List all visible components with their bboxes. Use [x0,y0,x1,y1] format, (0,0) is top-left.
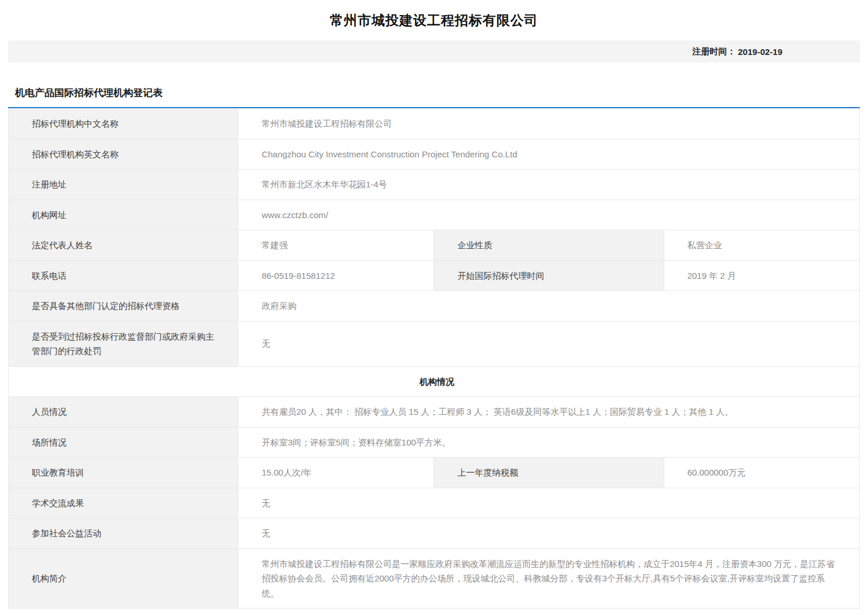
table-row-personnel: 人员情况 共有雇员20 人，其中： 招标专业人员 15 人；工程师 3 人； 英… [9,397,860,428]
row-value-personnel: 共有雇员20 人，其中： 招标专业人员 15 人；工程师 3 人； 英语6级及同… [238,397,860,428]
table-row-premises: 场所情况 开标室3间；评标室5间；资料存储室100平方米。 [9,427,860,458]
table-row-phone: 联系电话 86-0519-81581212 开始国际招标代理时间 2019 年 … [9,260,860,291]
row-value-penalty: 无 [238,321,860,366]
registration-table: 招标代理机构中文名称 常州市城投建设工程招标有限公司 招标代理机构英文名称 Ch… [8,108,860,609]
register-time-bar: 注册时间： 2019-02-19 [8,40,860,62]
section-title: 机电产品国际招标代理机构登记表 [8,86,860,108]
table-row-address: 注册地址 常州市新北区水木年华花园1-4号 [9,170,860,200]
row-value-tax: 60.000000万元 [664,458,859,488]
table-row-legal-rep: 法定代表人姓名 常建强 企业性质 私营企业 [9,230,860,261]
row-value-enterprise-type: 私营企业 [664,230,859,261]
register-time-value: 2019-02-19 [738,47,782,57]
row-value-legal-rep: 常建强 [238,230,434,261]
table-row-org-section-header: 机构情况 [9,366,860,397]
row-value-en-name: Changzhou City Investment Construction P… [238,139,860,170]
register-time-label: 注册时间： [692,46,735,57]
row-label-enterprise-type: 企业性质 [434,230,664,261]
row-label-tax: 上一年度纳税额 [434,458,664,488]
row-value-academic: 无 [238,488,860,518]
table-row-penalty: 是否受到过招标投标行政监督部门或政府采购主管部门的行政处罚 无 [9,321,860,366]
row-value-other-qualification: 政府采购 [238,291,860,322]
row-label-agency-start: 开始国际招标代理时间 [434,260,664,291]
row-value-website: www.czctzb.com/ [238,200,860,230]
row-label-penalty: 是否受到过招标投标行政监督部门或政府采购主管部门的行政处罚 [9,321,238,366]
row-value-cn-name: 常州市城投建设工程招标有限公司 [238,109,860,139]
row-label-address: 注册地址 [9,170,238,200]
row-label-academic: 学术交流成果 [9,488,238,518]
row-label-other-qualification: 是否具备其他部门认定的招标代理资格 [9,291,238,322]
row-label-legal-rep: 法定代表人姓名 [9,230,238,261]
row-label-training: 职业教育培训 [9,458,238,488]
row-label-intro: 机构简介 [9,548,238,609]
row-value-training: 15.00人次/年 [238,458,434,488]
org-section-header: 机构情况 [9,366,860,397]
row-label-premises: 场所情况 [9,427,238,458]
row-label-en-name: 招标代理机构英文名称 [9,139,238,170]
row-label-cn-name: 招标代理机构中文名称 [9,109,238,139]
table-row-en-name: 招标代理机构英文名称 Changzhou City Investment Con… [9,139,860,170]
page-container: 常州市城投建设工程招标有限公司 注册时间： 2019-02-19 机电产品国际招… [0,0,868,615]
table-row-other-qualification: 是否具备其他部门认定的招标代理资格 政府采购 [9,291,860,322]
row-value-intro: 常州市城投建设工程招标有限公司是一家顺应政府采购改革潮流应运而生的新型的专业性招… [238,548,860,609]
table-row-cn-name: 招标代理机构中文名称 常州市城投建设工程招标有限公司 [9,109,860,139]
row-value-premises: 开标室3间；评标室5间；资料存储室100平方米。 [238,427,860,458]
row-label-phone: 联系电话 [9,260,238,291]
table-row-intro: 机构简介 常州市城投建设工程招标有限公司是一家顺应政府采购改革潮流应运而生的新型… [9,548,860,609]
table-row-academic: 学术交流成果 无 [9,488,860,518]
table-row-website: 机构网址 www.czctzb.com/ [9,200,860,230]
row-label-public-welfare: 参加社会公益活动 [9,518,238,549]
row-label-website: 机构网址 [9,200,238,230]
table-row-training: 职业教育培训 15.00人次/年 上一年度纳税额 60.000000万元 [9,458,860,488]
row-value-address: 常州市新北区水木年华花园1-4号 [238,170,860,200]
row-value-public-welfare: 无 [238,518,860,549]
row-label-personnel: 人员情况 [9,397,238,428]
row-value-phone: 86-0519-81581212 [238,260,434,291]
row-value-agency-start: 2019 年 2 月 [664,260,859,291]
page-title: 常州市城投建设工程招标有限公司 [8,0,860,40]
table-row-public-welfare: 参加社会公益活动 无 [9,518,860,549]
